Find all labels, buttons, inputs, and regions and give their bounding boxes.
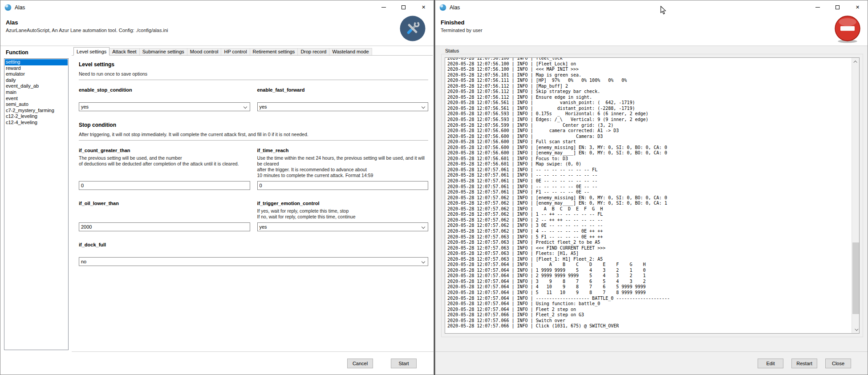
chevron-down-icon <box>243 105 247 109</box>
close-button[interactable]: ✕ <box>848 0 868 14</box>
tab[interactable]: Wasteland mode <box>329 48 372 55</box>
if-count-greater-than-input[interactable] <box>79 181 250 190</box>
if-time-reach-input[interactable] <box>257 181 429 190</box>
log-box: 2020-05-28 12:07:56.100 | INFO | fleet_l… <box>445 57 860 334</box>
field-if-trigger-emotion-control: if_trigger_emotion_control If yes, wait … <box>257 201 429 231</box>
sidebar-item[interactable]: c12-4_leveling <box>5 120 68 126</box>
status-group: 2020-05-28 12:07:56.100 | INFO | fleet_l… <box>441 54 863 337</box>
titlebar: Alas ✕ <box>0 0 434 14</box>
if-dock-full-select[interactable]: no <box>79 257 428 266</box>
field-label: if_dock_full <box>79 242 428 247</box>
if-oil-lower-than-input[interactable] <box>79 222 250 231</box>
maximize-button[interactable] <box>393 0 414 14</box>
tab-bar: Level settings Attack fleet Submarine se… <box>72 47 433 56</box>
tab[interactable]: Retirement settings <box>250 48 298 55</box>
field-help: If yes, wait for reply, complete this ti… <box>257 208 429 220</box>
sidebar-item[interactable]: c7-2_mystery_farming <box>5 108 68 114</box>
field-enable-stop-condition: enable_stop_condition yes <box>79 87 250 111</box>
if-trigger-emotion-control-select[interactable]: yes <box>257 222 429 231</box>
close-icon: ✕ <box>422 5 426 10</box>
restart-button[interactable]: Restart <box>791 359 817 368</box>
status-title: Finished <box>441 19 862 26</box>
scrollbar[interactable] <box>852 58 859 333</box>
window-title: Alas <box>450 4 807 11</box>
maximize-icon <box>402 5 406 9</box>
field-if-oil-lower-than: if_oil_lower_than <box>79 201 250 231</box>
minimize-button[interactable] <box>373 0 393 14</box>
minimize-icon <box>815 7 820 8</box>
page-subtitle: AzurLaneAutoScript, An Azur Lane automat… <box>6 28 428 33</box>
status-log[interactable]: 2020-05-28 12:07:56.100 | INFO | fleet_l… <box>447 57 851 333</box>
app-header: Alas AzurLaneAutoScript, An Azur Lane au… <box>0 14 434 46</box>
page-title: Alas <box>6 19 428 26</box>
sidebar-item[interactable]: semi_auto <box>5 101 68 108</box>
titlebar: Alas ✕ <box>435 0 868 14</box>
field-label: enable_stop_condition <box>79 87 250 93</box>
field-if-dock-full: if_dock_full no <box>79 242 428 266</box>
maximize-button[interactable] <box>827 0 848 14</box>
section-title: Stop condition <box>79 122 428 128</box>
scroll-up-button[interactable] <box>852 58 860 65</box>
scroll-thumb[interactable] <box>852 242 859 314</box>
alas-logo-icon <box>439 4 446 11</box>
enable-stop-condition-select[interactable]: yes <box>79 102 250 111</box>
tools-icon <box>400 16 426 41</box>
status-subtitle: Terminated by user <box>441 28 862 33</box>
footer: Cancel Start <box>72 351 434 375</box>
enable-fast-forward-select[interactable]: yes <box>257 102 429 111</box>
app-header: Finished Terminated by user <box>435 14 868 46</box>
chevron-down-icon <box>422 105 425 109</box>
chevron-up-icon <box>853 60 857 64</box>
cancel-button[interactable]: Cancel <box>347 359 373 368</box>
section-divider <box>79 80 428 80</box>
alas-logo-icon <box>4 4 12 11</box>
minimize-icon <box>381 7 386 8</box>
status-group-label: Status <box>445 48 459 53</box>
sidebar-item[interactable]: emulator <box>5 71 68 77</box>
section-description: Need to run once to save options <box>79 71 428 77</box>
close-button[interactable]: ✕ <box>414 0 434 14</box>
sidebar-item[interactable]: daily <box>5 77 68 84</box>
tab[interactable]: HP control <box>221 48 250 55</box>
select-value: yes <box>260 104 267 109</box>
close-icon: ✕ <box>856 5 860 10</box>
mouse-cursor-icon <box>660 6 666 15</box>
section-title: Level settings <box>79 61 428 68</box>
sidebar-item[interactable]: setting <box>5 59 68 65</box>
sidebar-item[interactable]: event_daily_ab <box>5 83 68 89</box>
tab[interactable]: Mood control <box>187 48 222 55</box>
section-description: After triggering, it will not stop immed… <box>79 132 428 137</box>
scroll-down-button[interactable] <box>852 326 860 333</box>
window-title: Alas <box>15 4 373 11</box>
tab[interactable]: Attack fleet <box>109 48 139 55</box>
sidebar-item[interactable]: main <box>5 89 68 96</box>
footer: Edit Restart Close <box>435 351 868 375</box>
start-button[interactable]: Start <box>391 359 417 368</box>
close-window-button[interactable]: Close <box>825 359 851 368</box>
function-label: Function <box>6 49 28 56</box>
tab[interactable]: Drop record <box>297 48 329 55</box>
field-label: if_oil_lower_than <box>79 201 250 206</box>
tab[interactable]: Level settings <box>73 47 110 56</box>
sidebar-item[interactable]: c12-2_leveling <box>5 113 68 120</box>
stop-icon <box>833 14 862 44</box>
settings-body: Function setting reward emulator daily e… <box>0 46 434 375</box>
select-value: yes <box>260 224 267 230</box>
field-help: The previous setting will be used, and t… <box>79 155 250 167</box>
chevron-down-icon <box>422 260 425 263</box>
select-value: no <box>81 259 86 264</box>
select-value: yes <box>81 104 89 109</box>
chevron-down-icon <box>855 327 858 331</box>
edit-button[interactable]: Edit <box>758 359 783 368</box>
field-label: if_trigger_emotion_control <box>257 201 429 206</box>
status-body: Status 2020-05-28 12:07:56.100 | INFO | … <box>435 46 868 375</box>
sidebar-item[interactable]: event <box>5 96 68 102</box>
field-if-count-greater-than: if_count_greater_than The previous setti… <box>79 148 250 190</box>
field-if-time-reach: if_time_reach Use the time within the ne… <box>257 148 429 190</box>
settings-panel: Level settings Need to run once to save … <box>72 56 433 351</box>
tab[interactable]: Submarine settings <box>139 48 187 55</box>
minimize-button[interactable] <box>807 0 827 14</box>
window-status: Alas ✕ Finished Terminated by user Statu… <box>435 0 868 375</box>
sidebar-item[interactable]: reward <box>5 65 68 72</box>
chevron-down-icon <box>422 225 425 229</box>
